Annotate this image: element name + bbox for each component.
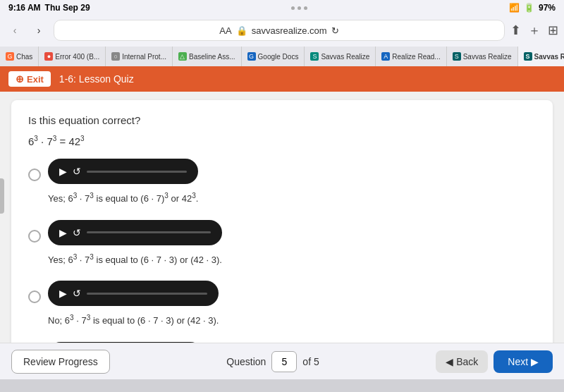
exit-button[interactable]: ⊕ Exit (8, 71, 51, 87)
option-content-a: ▶ ↺ Yes; 63 · 73 is equal to (6 · 7)3 or… (48, 159, 198, 206)
equation: 63 · 73 = 423 (28, 135, 536, 147)
replay-button-b[interactable]: ↺ (73, 227, 81, 238)
tab-label-realize: Realize Read... (392, 53, 440, 61)
of-label: of 5 (302, 356, 319, 367)
tab-baseline[interactable]: △ Baseline Ass... (173, 47, 242, 66)
lesson-title: 1-6: Lesson Quiz (59, 73, 134, 85)
question-nav: Question of 5 (226, 351, 319, 372)
tab-favicon-googledocs: G (247, 52, 256, 61)
tab-label-error: Error 400 (B... (55, 53, 99, 61)
tab-favicon-savvas1: S (310, 52, 319, 61)
tab-googledocs[interactable]: G Google Docs (242, 47, 305, 66)
bottom-bar: Review Progress Question of 5 ◀ Back Nex… (0, 343, 564, 379)
tab-label-googledocs: Google Docs (258, 53, 299, 61)
option-content-c: ▶ ↺ No; 63 · 73 is equal to (6 · 7 · 3) … (48, 281, 219, 328)
play-button-a[interactable]: ▶ (59, 166, 67, 177)
reload-icon[interactable]: ↻ (331, 25, 339, 36)
tab-label-internal: Internal Prot... (122, 53, 166, 61)
lock-icon: 🔒 (236, 25, 247, 36)
tab-savvas2[interactable]: S Savvas Realize (447, 47, 518, 66)
exit-icon: ⊕ (16, 73, 24, 85)
back-button[interactable]: ◀ Back (436, 350, 488, 373)
share-icon[interactable]: ⬆ (510, 23, 521, 38)
browser-chrome: ‹ › AA 🔒 savvasrealize.com ↻ ⬆ ＋ ⊞ (0, 16, 564, 47)
status-left: 9:16 AM Thu Sep 29 (8, 3, 90, 13)
question-label: Question (226, 356, 266, 367)
radio-option-b[interactable] (28, 230, 41, 243)
audio-player-c: ▶ ↺ (48, 281, 219, 306)
tab-favicon-savvas3: S (524, 52, 532, 61)
status-day: Thu Sep 29 (45, 3, 90, 13)
tab-chas[interactable]: G Chas (0, 47, 39, 66)
wifi-icon: 📶 (509, 3, 520, 13)
nav-buttons: ◀ Back Next ▶ (436, 350, 553, 373)
aa-label: AA (219, 25, 231, 36)
option-label-a: Yes; 63 · 73 is equal to (6 · 7)3 or 423… (48, 191, 198, 206)
option-content-b: ▶ ↺ Yes; 63 · 73 is equal to (6 · 7 · 3)… (48, 220, 222, 267)
tab-label-chas: Chas (16, 53, 32, 61)
play-button-b[interactable]: ▶ (59, 227, 67, 238)
tab-label-baseline: Baseline Ass... (189, 53, 235, 61)
address-bar[interactable]: AA 🔒 savvasrealize.com ↻ (54, 20, 505, 41)
battery-level: 97% (539, 3, 556, 13)
audio-player-a: ▶ ↺ (48, 159, 198, 184)
quiz-card: Is this equation correct? 63 · 73 = 423 … (11, 100, 553, 343)
radio-option-c[interactable] (28, 290, 41, 303)
status-bar: 9:16 AM Thu Sep 29 📶 🔋 97% (0, 0, 564, 16)
tab-favicon-savvas2: S (453, 52, 461, 61)
audio-player-b: ▶ ↺ (48, 220, 222, 245)
audio-bar-a (87, 171, 187, 173)
tab-favicon-internal: ○ (111, 52, 120, 61)
tabs-icon[interactable]: ⊞ (548, 23, 558, 38)
replay-button-c[interactable]: ↺ (73, 288, 81, 299)
tab-label-savvas3: Savvas Realize (534, 53, 564, 61)
option-label-b: Yes; 63 · 73 is equal to (6 · 7 · 3) or … (48, 252, 222, 267)
browser-dots (286, 6, 314, 10)
tab-favicon-chas: G (6, 52, 14, 61)
side-handle[interactable] (0, 178, 4, 214)
main-content: Is this equation correct? 63 · 73 = 423 … (0, 92, 564, 343)
toolbar-actions: ⬆ ＋ ⊞ (510, 22, 558, 39)
tab-internal[interactable]: ○ Internal Prot... (106, 47, 173, 66)
radio-option-a[interactable] (28, 169, 41, 181)
option-label-c: No; 63 · 73 is equal to (6 · 7 · 3) or (… (48, 313, 219, 328)
answer-option-c: ▶ ↺ No; 63 · 73 is equal to (6 · 7 · 3) … (28, 281, 536, 328)
answer-option-b: ▶ ↺ Yes; 63 · 73 is equal to (6 · 7 · 3)… (28, 220, 536, 267)
status-time: 9:16 AM (8, 3, 41, 13)
audio-bar-b (87, 231, 211, 233)
review-progress-button[interactable]: Review Progress (11, 350, 110, 374)
forward-nav-button[interactable]: › (30, 21, 48, 39)
tab-savvas1[interactable]: S Savvas Realize (305, 47, 376, 66)
exit-label: Exit (27, 74, 44, 85)
back-nav-button[interactable]: ‹ (6, 21, 24, 39)
app-header: ⊕ Exit 1-6: Lesson Quiz (0, 66, 564, 92)
next-label: Next ▶ (508, 356, 539, 367)
tab-favicon-error: ● (44, 52, 53, 61)
audio-bar-c (87, 293, 207, 295)
option-content-d: ▶ ↺ No; 63 · 73 is equal to (6 · 7)3+3 o… (48, 342, 203, 343)
question-text: Is this equation correct? (28, 114, 536, 126)
tab-label-savvas1: Savvas Realize (321, 53, 369, 61)
battery-icon: 🔋 (524, 3, 534, 13)
next-button[interactable]: Next ▶ (494, 350, 553, 373)
tab-favicon-baseline: △ (178, 52, 187, 61)
play-button-c[interactable]: ▶ (59, 288, 67, 299)
tab-label-savvas2: Savvas Realize (463, 53, 512, 61)
address-domain: savvasrealize.com (252, 25, 327, 36)
chevron-left-icon: ◀ (446, 356, 453, 367)
replay-button-a[interactable]: ↺ (73, 166, 81, 177)
audio-player-d: ▶ ↺ (48, 342, 203, 343)
back-label: Back (456, 356, 478, 367)
browser-tabs: G Chas ● Error 400 (B... ○ Internal Prot… (0, 47, 564, 66)
new-tab-icon[interactable]: ＋ (528, 22, 541, 39)
browser-toolbar: ‹ › AA 🔒 savvasrealize.com ↻ ⬆ ＋ ⊞ (6, 20, 558, 41)
tab-savvas3[interactable]: S Savvas Realize (518, 47, 564, 66)
tab-error[interactable]: ● Error 400 (B... (39, 47, 106, 66)
tab-realize[interactable]: A Realize Read... (376, 47, 446, 66)
answer-option-a: ▶ ↺ Yes; 63 · 73 is equal to (6 · 7)3 or… (28, 159, 536, 206)
tab-favicon-realize: A (381, 52, 390, 61)
status-right: 📶 🔋 97% (509, 3, 556, 13)
question-number-input[interactable] (271, 351, 297, 372)
